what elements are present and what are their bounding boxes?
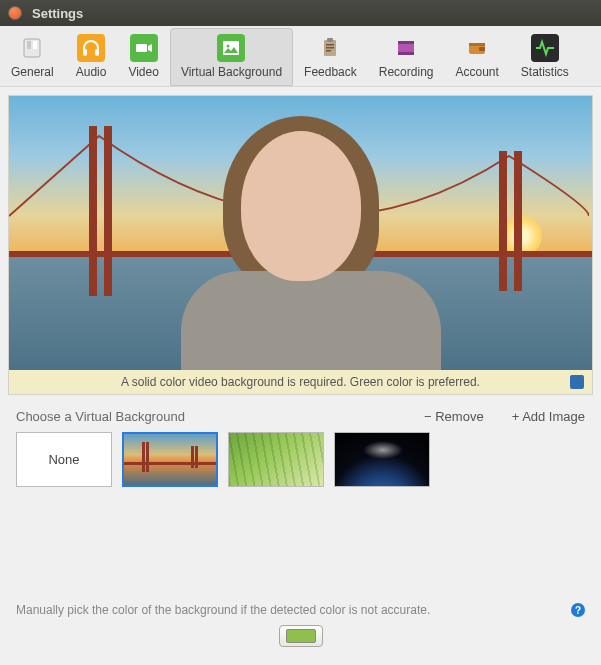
- window-title: Settings: [32, 6, 83, 21]
- camera-icon: [130, 34, 158, 62]
- vb-section-header: Choose a Virtual Background − Remove + A…: [0, 403, 601, 428]
- background-option-earth[interactable]: [334, 432, 430, 487]
- video-preview: A solid color video background is requir…: [8, 95, 593, 395]
- color-picker-section: Manually pick the color of the backgroun…: [0, 603, 601, 665]
- tab-label: Account: [455, 65, 498, 79]
- tab-label: Video: [128, 65, 158, 79]
- pulse-icon: [531, 34, 559, 62]
- tab-video[interactable]: Video: [117, 28, 169, 86]
- settings-tabs: General Audio Video Virtual Background F…: [0, 26, 601, 87]
- choose-background-label: Choose a Virtual Background: [16, 409, 185, 424]
- color-swatch: [286, 629, 316, 643]
- svg-point-7: [227, 45, 230, 48]
- close-window-button[interactable]: [8, 6, 22, 20]
- background-option-none[interactable]: None: [16, 432, 112, 487]
- svg-rect-10: [326, 44, 334, 46]
- background-option-bridge[interactable]: [122, 432, 218, 487]
- add-image-button[interactable]: + Add Image: [512, 409, 585, 424]
- notice-text: A solid color video background is requir…: [121, 375, 480, 389]
- film-icon: [392, 34, 420, 62]
- svg-rect-3: [83, 49, 87, 56]
- tab-label: Statistics: [521, 65, 569, 79]
- clipboard-icon: [316, 34, 344, 62]
- svg-rect-17: [469, 43, 485, 46]
- background-requirement-notice: A solid color video background is requir…: [9, 370, 592, 394]
- tab-audio[interactable]: Audio: [65, 28, 118, 86]
- tab-recording[interactable]: Recording: [368, 28, 445, 86]
- tab-statistics[interactable]: Statistics: [510, 28, 580, 86]
- svg-rect-5: [136, 44, 147, 52]
- wallet-icon: [463, 34, 491, 62]
- tab-account[interactable]: Account: [444, 28, 509, 86]
- tab-feedback[interactable]: Feedback: [293, 28, 368, 86]
- tab-label: General: [11, 65, 54, 79]
- tab-label: Audio: [76, 65, 107, 79]
- svg-rect-15: [398, 52, 414, 55]
- svg-rect-0: [24, 39, 40, 57]
- svg-rect-14: [398, 41, 414, 44]
- background-color-picker[interactable]: [279, 625, 323, 647]
- svg-rect-9: [327, 38, 333, 42]
- headphones-icon: [77, 34, 105, 62]
- tab-virtual-background[interactable]: Virtual Background: [170, 28, 293, 86]
- background-option-grass[interactable]: [228, 432, 324, 487]
- titlebar: Settings: [0, 0, 601, 26]
- background-thumbnails: None: [0, 428, 601, 503]
- svg-rect-2: [33, 41, 37, 49]
- rotate-camera-icon[interactable]: [570, 375, 584, 389]
- image-icon: [217, 34, 245, 62]
- help-icon[interactable]: ?: [571, 603, 585, 617]
- svg-rect-12: [326, 50, 331, 52]
- tab-general[interactable]: General: [0, 28, 65, 86]
- remove-background-button[interactable]: − Remove: [424, 409, 484, 424]
- none-label: None: [48, 452, 79, 467]
- svg-rect-18: [479, 47, 485, 51]
- svg-rect-11: [326, 47, 334, 49]
- svg-rect-1: [27, 41, 31, 49]
- tab-label: Recording: [379, 65, 434, 79]
- tab-label: Feedback: [304, 65, 357, 79]
- switch-icon: [18, 34, 46, 62]
- svg-rect-4: [95, 49, 99, 56]
- color-pick-note: Manually pick the color of the backgroun…: [16, 603, 430, 617]
- tab-label: Virtual Background: [181, 65, 282, 79]
